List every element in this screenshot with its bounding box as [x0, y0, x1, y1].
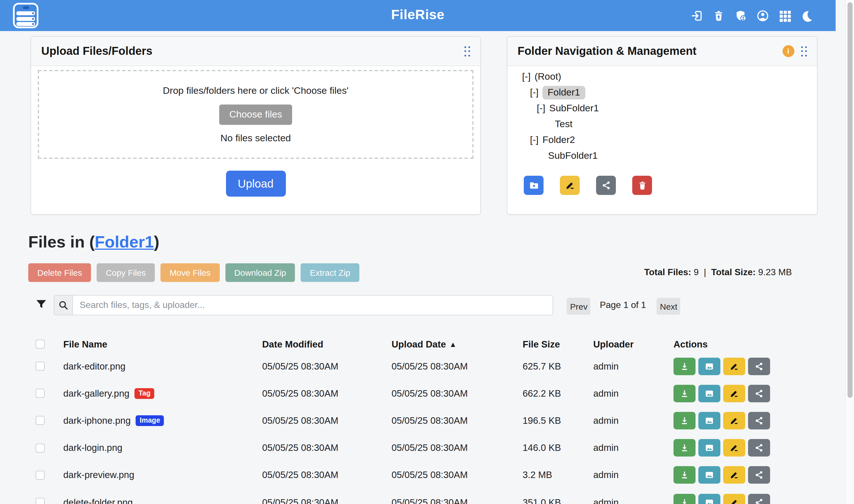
user-profile-icon[interactable] [757, 9, 769, 22]
grid-view-icon[interactable] [779, 9, 791, 22]
download-file-button[interactable] [673, 466, 695, 484]
choose-files-button[interactable]: Choose files [219, 104, 292, 125]
trash-restore-icon[interactable] [712, 9, 725, 22]
row-checkbox[interactable] [36, 416, 44, 425]
drag-handle-icon[interactable] [464, 46, 470, 56]
bulk-actions: Delete Files Copy Files Move Files Downl… [28, 263, 359, 282]
row-checkbox[interactable] [36, 443, 44, 452]
col-upload-date[interactable]: Upload Date▲ [392, 336, 456, 353]
preview-image-button[interactable] [698, 466, 720, 484]
share-file-button[interactable] [748, 357, 770, 375]
scrollbar-track[interactable] [845, 0, 854, 504]
tree-toggle[interactable]: [-] [537, 103, 545, 114]
scrollbar-thumb[interactable] [848, 2, 853, 398]
row-checkbox[interactable] [36, 498, 44, 504]
move-files-button[interactable]: Move Files [161, 263, 219, 282]
file-name[interactable]: dark-preview.png [63, 462, 134, 489]
image-icon [705, 361, 714, 371]
file-name[interactable]: dark-gallery.png [63, 388, 129, 399]
tree-item-folder2[interactable]: [-] Folder2 [507, 132, 817, 148]
sign-in-icon[interactable] [690, 9, 703, 22]
preview-image-button[interactable] [698, 357, 720, 375]
delete-folder-button[interactable] [632, 176, 652, 195]
download-file-button[interactable] [673, 412, 695, 429]
rename-file-button[interactable] [723, 466, 745, 484]
upload-card-header: Upload Files/Folders [31, 37, 480, 66]
rename-file-button[interactable] [723, 493, 745, 504]
row-checkbox[interactable] [36, 471, 44, 480]
search-input[interactable] [72, 295, 553, 315]
selected-folder[interactable]: Folder1 [542, 86, 585, 100]
dark-mode-icon[interactable] [801, 9, 813, 22]
file-name[interactable]: dark-login.png [63, 434, 122, 461]
share-file-button[interactable] [748, 412, 770, 429]
drag-handle-icon[interactable] [801, 46, 807, 56]
preview-image-button[interactable] [698, 439, 720, 456]
folder-plus-icon [529, 180, 539, 191]
filter-icon[interactable] [35, 298, 48, 311]
upload-button[interactable]: Upload [226, 170, 286, 197]
row-checkbox[interactable] [36, 362, 44, 371]
trash-icon [637, 180, 647, 191]
info-icon[interactable]: i [782, 45, 794, 57]
search-button[interactable] [54, 295, 72, 315]
share-icon [754, 416, 764, 426]
share-file-button[interactable] [748, 439, 770, 456]
preview-image-button[interactable] [698, 412, 720, 429]
tree-item-root[interactable]: [-] (Root) [507, 69, 817, 85]
download-file-button[interactable] [673, 439, 695, 456]
file-name[interactable]: dark-editor.png [63, 353, 125, 380]
next-page-button[interactable]: Next [656, 298, 680, 315]
tree-item-folder1[interactable]: [-] Folder1 [507, 85, 817, 101]
select-all-checkbox[interactable] [36, 340, 44, 348]
tree-toggle[interactable]: [-] [530, 87, 539, 98]
image-icon [705, 470, 714, 480]
dropzone-text: Drop files/folders here or click 'Choose… [163, 85, 348, 96]
download-file-button[interactable] [673, 385, 695, 402]
admin-shield-icon[interactable] [734, 9, 747, 22]
totals-summary: Total Files: 9 | Total Size: 9.23 MB [644, 267, 792, 277]
col-uploader[interactable]: Uploader [593, 336, 634, 353]
copy-files-button[interactable]: Copy Files [97, 263, 155, 282]
topbar-icon-group [690, 0, 813, 31]
tree-item-subfolder1[interactable]: [-] SubFolder1 [507, 101, 817, 116]
share-file-button[interactable] [748, 493, 770, 504]
rename-folder-button[interactable] [560, 176, 580, 195]
folder-tree: [-] (Root) [-] Folder1 [-] SubFolder1 Te… [507, 69, 817, 164]
share-folder-button[interactable] [596, 176, 616, 195]
create-folder-button[interactable] [524, 176, 544, 195]
logo-bay [16, 22, 35, 26]
rename-file-button[interactable] [723, 412, 745, 429]
file-name[interactable]: delete-folder.png [63, 489, 133, 504]
image-icon [705, 498, 714, 504]
rename-file-button[interactable] [723, 357, 745, 375]
rename-file-button[interactable] [723, 439, 745, 456]
rename-file-button[interactable] [723, 385, 745, 402]
row-checkbox[interactable] [36, 389, 44, 398]
tree-toggle[interactable]: [-] [530, 134, 539, 146]
file-name[interactable]: dark-iphone.png [63, 415, 131, 426]
download-file-button[interactable] [673, 357, 695, 375]
tree-item-subfolder1-2[interactable]: SubFolder1 [507, 148, 817, 164]
table-row: dark-editor.png 05/05/25 08:30AM 05/05/2… [28, 353, 819, 380]
preview-image-button[interactable] [698, 385, 720, 402]
edit-pencil-icon [729, 470, 739, 480]
share-file-button[interactable] [748, 466, 770, 484]
preview-image-button[interactable] [698, 493, 720, 504]
col-file-name[interactable]: File Name [63, 336, 107, 353]
col-file-size[interactable]: File Size [523, 336, 560, 353]
upload-dropzone[interactable]: Drop files/folders here or click 'Choose… [38, 70, 473, 159]
prev-page-button[interactable]: Prev [567, 298, 590, 315]
tree-item-test[interactable]: Test [507, 116, 817, 132]
delete-files-button[interactable]: Delete Files [28, 263, 91, 282]
share-file-button[interactable] [748, 385, 770, 402]
image-icon [705, 389, 714, 398]
current-folder-link[interactable]: Folder1 [95, 233, 154, 251]
download-zip-button[interactable]: Download Zip [225, 263, 295, 282]
tree-toggle[interactable]: [-] [522, 71, 530, 83]
download-file-button[interactable] [673, 493, 695, 504]
folder-card-header: Folder Navigation & Management i [507, 37, 817, 66]
extract-zip-button[interactable]: Extract Zip [301, 263, 359, 282]
col-date-modified[interactable]: Date Modified [262, 336, 323, 353]
table-row: dark-iphone.pngImage 05/05/25 08:30AM 05… [28, 407, 819, 434]
